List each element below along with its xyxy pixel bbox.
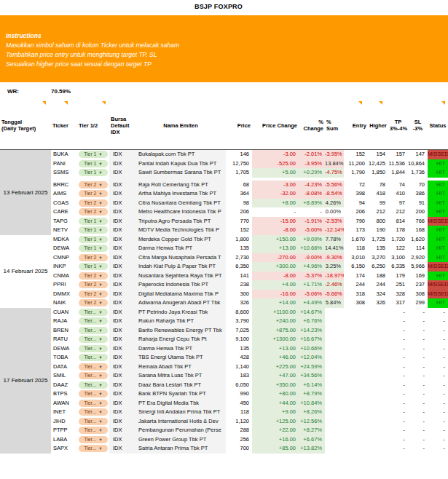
price-change-cell: +13.00 xyxy=(252,244,299,253)
chevron-down-icon: ▼ xyxy=(98,199,102,207)
higher-cell: 1,725 xyxy=(368,235,388,245)
tier-dropdown[interactable]: Tier 1▼ xyxy=(79,226,108,234)
company-name-cell: Adiwarna Anugerah Abadi PT Tbk xyxy=(135,298,226,308)
pct-sum-cell: 3.25% xyxy=(325,262,344,272)
tier-dropdown[interactable]: Tier 2▼ xyxy=(79,272,108,280)
price-change-cell: +13.00 xyxy=(252,344,299,354)
pct-sum-cell xyxy=(325,308,344,317)
status-badge: HIT xyxy=(428,226,448,235)
price-change-cell: +9.00 xyxy=(252,408,299,417)
tier-dropdown[interactable]: Tier 2▼ xyxy=(79,181,108,189)
price-change-cell: -3.00 xyxy=(252,150,299,159)
tier-dropdown[interactable]: Tier...▼ xyxy=(79,381,108,389)
table-row: BTPSTier...▼IDXBank BTPN Syariah Tbk PT9… xyxy=(51,389,448,399)
tier-dropdown[interactable]: Tier 1▼ xyxy=(79,218,108,225)
tier-label: Tier 2 xyxy=(84,199,96,207)
chevron-down-icon: ▼ xyxy=(98,309,102,316)
tier-dropdown[interactable]: Tier 2▼ xyxy=(79,281,108,288)
bursa-cell: IDX xyxy=(109,344,135,354)
tier-dropdown[interactable]: Tier...▼ xyxy=(79,336,108,343)
pct-change-cell: +10.84% xyxy=(299,399,325,408)
tier-label: Tier 1 xyxy=(84,245,96,252)
pct-sum-cell: -4.75% xyxy=(325,168,344,178)
tier-dropdown[interactable]: Tier 2▼ xyxy=(79,299,108,306)
header-pct-change: % Change xyxy=(299,119,325,132)
price-change-cell: +875.00 xyxy=(252,326,299,336)
status-badge: - xyxy=(428,381,448,390)
tier-dropdown[interactable]: Tier 1▼ xyxy=(79,151,108,158)
ticker-cell: INET xyxy=(51,408,77,417)
pct-sum-cell: -2.53% xyxy=(325,217,344,226)
price-change-cell: -270.00 xyxy=(252,253,299,263)
bursa-cell: IDX xyxy=(109,280,135,290)
tier-dropdown[interactable]: Tier...▼ xyxy=(79,309,108,316)
status-badge: MISSED xyxy=(428,262,448,272)
tier-dropdown[interactable]: Tier...▼ xyxy=(79,317,108,325)
tier-label: Tier 2 xyxy=(84,254,96,261)
tier-cell: Tier 1▼ xyxy=(77,262,109,272)
status-badge: - xyxy=(428,389,448,399)
sl-cell: - xyxy=(408,308,428,317)
tier-cell: Tier...▼ xyxy=(77,353,109,363)
price-change-cell: - xyxy=(252,207,299,217)
pct-sum-cell: 0.00% xyxy=(325,207,344,217)
status-badge: - xyxy=(428,417,448,427)
tier-dropdown[interactable]: Tier 2▼ xyxy=(79,199,108,207)
tier-dropdown[interactable]: Tier...▼ xyxy=(79,436,108,443)
pct-sum-cell xyxy=(325,353,344,363)
tier-dropdown[interactable]: Tier...▼ xyxy=(79,354,108,361)
tier-dropdown[interactable]: Tier...▼ xyxy=(79,445,108,452)
tp-cell: - xyxy=(388,417,408,427)
tier-dropdown[interactable]: Tier 1▼ xyxy=(79,236,108,243)
tier-dropdown[interactable]: Tier...▼ xyxy=(79,345,108,352)
tier-dropdown[interactable]: Tier 2▼ xyxy=(79,290,108,298)
tier-dropdown[interactable]: Tier...▼ xyxy=(79,427,108,434)
note-indicator-icon xyxy=(358,101,362,105)
higher-cell: 3,270 xyxy=(368,253,388,263)
price-cell: 9,100 xyxy=(226,335,252,344)
price-cell: 135 xyxy=(226,244,252,253)
sl-cell: 91 xyxy=(408,199,428,208)
bursa-cell: IDX xyxy=(109,363,135,372)
tier-dropdown[interactable]: Tier...▼ xyxy=(79,418,108,425)
tp-cell: 410 xyxy=(388,189,408,199)
pct-change-cell: +10.66% xyxy=(299,344,325,354)
tier-dropdown[interactable]: Tier 2▼ xyxy=(79,208,108,215)
ticker-cell: BRRC xyxy=(51,181,77,190)
tier-dropdown[interactable]: Tier...▼ xyxy=(79,327,108,334)
price-change-cell: +150.00 xyxy=(252,235,299,245)
company-name-cell: Raja Roti Cemerlang Tbk PT xyxy=(135,181,226,190)
tier-cell: Tier...▼ xyxy=(77,444,109,454)
tier-dropdown[interactable]: Tier 2▼ xyxy=(79,190,108,197)
tier-dropdown[interactable]: Tier...▼ xyxy=(79,390,108,397)
pct-change-cell: -1.91% xyxy=(299,217,325,226)
tier-dropdown[interactable]: Tier 1▼ xyxy=(79,245,108,252)
company-name-cell: Nusantara Sejahtera Raya Tbk PT xyxy=(135,272,226,281)
tier-dropdown[interactable]: Tier...▼ xyxy=(79,363,108,371)
company-name-cell: Green Power Group Tbk PT xyxy=(135,435,226,445)
chevron-down-icon: ▼ xyxy=(98,381,102,389)
price-cell: 141 xyxy=(226,272,252,281)
instructions-panel: Instructions Masukkan simbol saham di ko… xyxy=(0,15,448,82)
tier-dropdown[interactable]: Tier...▼ xyxy=(79,400,108,407)
entry-cell: 318 xyxy=(344,290,368,299)
tier-label: Tier 2 xyxy=(84,281,96,288)
tier-dropdown[interactable]: Tier...▼ xyxy=(79,408,108,416)
price-change-cell: -16.00 xyxy=(252,290,299,299)
sl-cell: - xyxy=(408,381,428,390)
tier-dropdown[interactable]: Tier 1▼ xyxy=(79,169,108,176)
table-row: DMMXTier 2▼IDXDigital Mediatama Maxima T… xyxy=(51,290,448,299)
price-cell: 428 xyxy=(226,353,252,363)
tp-cell: 3,100 xyxy=(388,253,408,263)
ticker-cell: TOBA xyxy=(51,353,77,363)
ticker-cell: PPRI xyxy=(51,280,77,290)
tier-dropdown[interactable]: Tier 1▼ xyxy=(79,263,108,270)
tier-dropdown[interactable]: Tier 1▼ xyxy=(79,160,108,167)
table-row: RAJATier...▼IDXRukun Raharja Tbk PT3,790… xyxy=(51,317,448,326)
tier-cell: Tier 2▼ xyxy=(77,280,109,290)
chevron-down-icon: ▼ xyxy=(98,363,102,371)
pct-sum-cell: 7.78% xyxy=(325,235,344,245)
tier-dropdown[interactable]: Tier...▼ xyxy=(79,372,108,379)
tp-cell: 1,844 xyxy=(388,168,408,178)
tier-dropdown[interactable]: Tier 2▼ xyxy=(79,254,108,261)
